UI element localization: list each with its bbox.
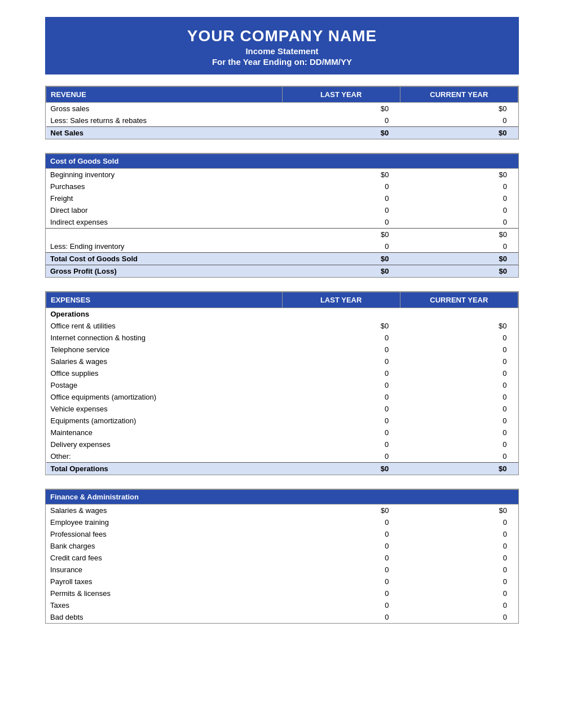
fin-salaries-last: $0	[282, 505, 400, 517]
total-cogs-label: Total Cost of Goods Sold	[46, 253, 282, 265]
office-rent-label: Office rent & utilities	[46, 320, 283, 332]
table-row: Postage 0 0	[46, 379, 518, 391]
report-date: For the Year Ending on: DD/MM/YY	[51, 57, 513, 67]
bank-charges-current: 0	[400, 540, 519, 552]
employee-training-current: 0	[400, 516, 519, 528]
revenue-section: REVENUE LAST YEAR CURRENT YEAR Gross sal…	[45, 86, 519, 139]
expenses-col-last: LAST YEAR	[282, 292, 400, 308]
gross-profit-last: $0	[282, 265, 400, 278]
table-row: Professional fees 0 0	[46, 528, 518, 540]
office-equip-current: 0	[400, 391, 518, 403]
equipment-amort-current: 0	[400, 415, 518, 427]
taxes-label: Taxes	[46, 599, 282, 611]
payroll-taxes-last: 0	[282, 576, 400, 587]
revenue-section-title: REVENUE	[46, 87, 283, 103]
freight-last: 0	[282, 192, 400, 204]
other-current: 0	[400, 450, 518, 463]
finance-section-title: Finance & Administration	[46, 490, 282, 505]
table-row: Credit card fees 0 0	[46, 552, 518, 564]
direct-labor-last: 0	[282, 204, 400, 216]
salaries-wages-ops-label: Salaries & wages	[46, 356, 283, 367]
vehicle-label: Vehicle expenses	[46, 403, 283, 415]
revenue-header-row: REVENUE LAST YEAR CURRENT YEAR	[46, 87, 518, 103]
table-row: Direct labor 0 0	[46, 204, 518, 216]
gross-sales-last: $0	[282, 103, 400, 115]
maintenance-current: 0	[400, 427, 518, 438]
total-operations-label: Total Operations	[46, 463, 283, 475]
table-row: Salaries & wages 0 0	[46, 356, 518, 367]
table-row: Payroll taxes 0 0	[46, 576, 518, 587]
office-rent-last: $0	[282, 320, 400, 332]
professional-fees-label: Professional fees	[46, 528, 282, 540]
cogs-header-row: Cost of Goods Sold	[46, 154, 518, 169]
ending-inventory-label: Less: Ending inventory	[46, 240, 282, 253]
delivery-last: 0	[282, 438, 400, 450]
ending-inventory-last: 0	[282, 240, 400, 253]
salaries-wages-ops-last: 0	[282, 356, 400, 367]
table-row: Maintenance 0 0	[46, 427, 518, 438]
office-equip-last: 0	[282, 391, 400, 403]
direct-labor-label: Direct labor	[46, 204, 282, 216]
office-supplies-label: Office supplies	[46, 367, 283, 379]
purchases-label: Purchases	[46, 181, 282, 192]
total-cogs-row: Total Cost of Goods Sold $0 $0	[46, 253, 518, 265]
insurance-label: Insurance	[46, 564, 282, 576]
indirect-expenses-current: 0	[400, 216, 519, 229]
operations-header: Operations	[46, 308, 518, 321]
sales-returns-last: 0	[282, 115, 400, 127]
insurance-current: 0	[400, 564, 519, 576]
cogs-subtotal-row: $0 $0	[46, 229, 518, 241]
telephone-last: 0	[282, 344, 400, 356]
table-row: Less: Ending inventory 0 0	[46, 240, 518, 253]
revenue-col-last: LAST YEAR	[282, 87, 400, 103]
table-row: Bad debts 0 0	[46, 611, 518, 623]
office-rent-current: $0	[400, 320, 518, 332]
net-sales-label: Net Sales	[46, 127, 283, 139]
table-row: Salaries & wages $0 $0	[46, 505, 518, 517]
fin-salaries-label: Salaries & wages	[46, 505, 282, 517]
maintenance-label: Maintenance	[46, 427, 283, 438]
bank-charges-label: Bank charges	[46, 540, 282, 552]
table-row: Indirect expenses 0 0	[46, 216, 518, 229]
other-label: Other:	[46, 450, 283, 463]
payroll-taxes-current: 0	[400, 576, 519, 587]
table-row: Other: 0 0	[46, 450, 518, 463]
internet-last: 0	[282, 332, 400, 344]
purchases-last: 0	[282, 181, 400, 192]
table-row: Employee training 0 0	[46, 516, 518, 528]
total-operations-last: $0	[282, 463, 400, 475]
table-row: Bank charges 0 0	[46, 540, 518, 552]
indirect-expenses-label: Indirect expenses	[46, 216, 282, 229]
revenue-col-current: CURRENT YEAR	[400, 87, 518, 103]
telephone-current: 0	[400, 344, 518, 356]
payroll-taxes-label: Payroll taxes	[46, 576, 282, 587]
taxes-current: 0	[400, 599, 519, 611]
sales-returns-label: Less: Sales returns & rebates	[46, 115, 283, 127]
equipment-amort-label: Equipments (amortization)	[46, 415, 283, 427]
employee-training-label: Employee training	[46, 516, 282, 528]
credit-card-fees-current: 0	[400, 552, 519, 564]
net-sales-row: Net Sales $0 $0	[46, 127, 518, 139]
internet-current: 0	[400, 332, 518, 344]
gross-profit-current: $0	[400, 265, 519, 278]
vehicle-last: 0	[282, 403, 400, 415]
finance-header-row: Finance & Administration	[46, 490, 518, 505]
ending-inventory-current: 0	[400, 240, 519, 253]
credit-card-fees-label: Credit card fees	[46, 552, 282, 564]
table-row: Office supplies 0 0	[46, 367, 518, 379]
equipment-amort-last: 0	[282, 415, 400, 427]
table-row: Office rent & utilities $0 $0	[46, 320, 518, 332]
cogs-section: Cost of Goods Sold Beginning inventory $…	[45, 153, 519, 278]
gross-sales-label: Gross sales	[46, 103, 283, 115]
credit-card-fees-last: 0	[282, 552, 400, 564]
permits-licenses-last: 0	[282, 587, 400, 599]
indirect-expenses-last: 0	[282, 216, 400, 229]
freight-current: 0	[400, 192, 519, 204]
beginning-inventory-last: $0	[282, 169, 400, 181]
fin-salaries-current: $0	[400, 505, 519, 517]
bank-charges-last: 0	[282, 540, 400, 552]
total-cogs-last: $0	[282, 253, 400, 265]
table-row: Purchases 0 0	[46, 181, 518, 192]
table-row: Equipments (amortization) 0 0	[46, 415, 518, 427]
professional-fees-current: 0	[400, 528, 519, 540]
